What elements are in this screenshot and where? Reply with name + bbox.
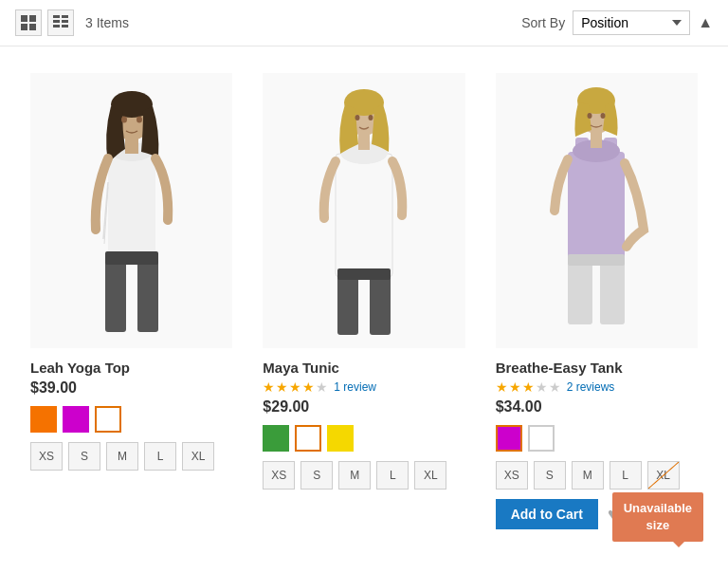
sort-select[interactable]: Position Product Name Price — [573, 10, 690, 35]
size-s-3[interactable]: S — [534, 461, 566, 490]
sort-direction-button[interactable]: ▲ — [698, 14, 713, 31]
svg-rect-42 — [568, 254, 625, 266]
grid-view-button[interactable] — [15, 9, 42, 36]
sort-label: Sort By — [521, 15, 565, 30]
star-rating-2: ★ ★ ★ ★ ★ — [263, 379, 328, 395]
color-swatches-2 — [263, 425, 464, 452]
svg-rect-44 — [591, 131, 602, 148]
svg-rect-30 — [337, 268, 391, 280]
product-rating-2: ★ ★ ★ ★ ★ 1 review — [263, 379, 464, 395]
size-xs-1[interactable]: XS — [30, 442, 63, 471]
svg-rect-10 — [108, 154, 155, 258]
svg-rect-0 — [21, 15, 27, 22]
size-xl-1[interactable]: XL — [182, 442, 214, 471]
svg-rect-8 — [53, 25, 60, 28]
size-s-2[interactable]: S — [300, 461, 333, 490]
product-card-3: Breathe-Easy Tank ★ ★ ★ ★ ★ 2 reviews $3… — [481, 65, 713, 545]
color-swatch-magenta-3[interactable] — [496, 425, 522, 452]
size-s-1[interactable]: S — [68, 442, 100, 471]
star-5-p3: ★ — [549, 379, 561, 395]
svg-point-35 — [368, 115, 373, 120]
star-4: ★ — [302, 379, 315, 395]
svg-rect-3 — [29, 24, 36, 30]
product-price-1: $39.00 — [30, 379, 232, 397]
svg-rect-5 — [62, 15, 68, 18]
size-swatches-1: XS S M L XL — [30, 442, 232, 471]
product-rating-3: ★ ★ ★ ★ ★ 2 reviews — [496, 379, 698, 395]
product-photo-3 — [520, 78, 672, 343]
svg-rect-2 — [21, 24, 27, 30]
review-link-2[interactable]: 1 review — [334, 380, 376, 394]
svg-rect-41 — [600, 258, 625, 324]
svg-rect-18 — [105, 251, 158, 265]
review-link-3[interactable]: 2 reviews — [567, 380, 615, 394]
product-image-wrap-3 — [496, 73, 698, 348]
unavailable-tooltip-text: Unavailablesize — [624, 501, 692, 532]
star-4-p3: ★ — [536, 379, 548, 395]
svg-rect-40 — [568, 258, 592, 324]
add-to-cart-button-3[interactable]: Add to Cart — [496, 499, 598, 529]
svg-rect-7 — [62, 20, 68, 23]
unavailable-size-tooltip: Unavailablesize — [612, 492, 703, 542]
product-image-2 — [263, 73, 464, 348]
svg-rect-1 — [29, 15, 36, 22]
color-swatch-magenta-1[interactable] — [63, 406, 89, 433]
size-l-1[interactable]: L — [144, 442, 176, 471]
svg-rect-17 — [137, 256, 158, 332]
svg-rect-6 — [53, 20, 60, 23]
star-1: ★ — [263, 379, 275, 395]
svg-rect-4 — [53, 15, 60, 18]
size-xs-3[interactable]: XS — [496, 461, 528, 490]
product-photo-2 — [288, 78, 440, 343]
svg-rect-28 — [337, 273, 358, 335]
star-5: ★ — [316, 379, 328, 395]
product-card-2: Maya Tunic ★ ★ ★ ★ ★ 1 review $29.00 XS … — [247, 65, 480, 545]
product-card-1: Leah Yoga Top $39.00 XS S M L XL — [15, 65, 247, 545]
product-name-2: Maya Tunic — [263, 360, 464, 376]
size-xl-3[interactable]: XL — [647, 461, 680, 490]
svg-point-22 — [121, 117, 127, 123]
size-l-3[interactable]: L — [610, 461, 642, 490]
star-rating-3: ★ ★ ★ ★ ★ — [496, 379, 561, 395]
svg-point-46 — [588, 113, 592, 119]
star-3: ★ — [289, 379, 301, 395]
product-image-1 — [30, 73, 232, 348]
color-swatch-white-1[interactable] — [95, 406, 121, 433]
size-m-1[interactable]: M — [106, 442, 138, 471]
product-name-1: Leah Yoga Top — [30, 360, 232, 376]
svg-point-47 — [601, 113, 606, 119]
color-swatch-white-2[interactable] — [295, 425, 321, 452]
product-image-wrap-1 — [30, 73, 232, 348]
svg-rect-9 — [62, 25, 68, 28]
svg-rect-32 — [358, 133, 370, 150]
color-swatch-orange-1[interactable] — [30, 406, 57, 433]
products-grid: Leah Yoga Top $39.00 XS S M L XL — [0, 46, 728, 564]
star-2-p3: ★ — [509, 379, 521, 395]
size-m-2[interactable]: M — [338, 461, 371, 490]
star-2: ★ — [276, 379, 288, 395]
product-photo-1 — [56, 78, 208, 343]
star-1-p3: ★ — [496, 379, 508, 395]
toolbar: 3 Items Sort By Position Product Name Pr… — [0, 0, 728, 46]
product-price-3: $34.00 — [496, 398, 698, 416]
size-swatches-3: XS S M L XL — [496, 461, 698, 490]
product-price-2: $29.00 — [263, 398, 464, 416]
svg-point-34 — [355, 115, 359, 120]
svg-rect-16 — [105, 256, 126, 332]
color-swatch-green-2[interactable] — [263, 425, 289, 452]
product-name-3: Breathe-Easy Tank — [496, 360, 698, 376]
svg-rect-36 — [568, 152, 625, 261]
color-swatches-1 — [30, 406, 232, 433]
size-xs-2[interactable]: XS — [263, 461, 295, 490]
size-m-3[interactable]: M — [572, 461, 604, 490]
size-swatches-2: XS S M L XL — [263, 461, 464, 490]
list-view-button[interactable] — [47, 9, 74, 36]
color-swatch-white-3[interactable] — [528, 425, 555, 452]
size-xl-2[interactable]: XL — [414, 461, 446, 490]
size-l-2[interactable]: L — [376, 461, 409, 490]
color-swatch-yellow-2[interactable] — [327, 425, 354, 452]
product-image-3 — [496, 73, 698, 348]
grid-icon — [21, 15, 36, 30]
svg-point-23 — [136, 117, 142, 123]
svg-rect-29 — [370, 273, 391, 335]
